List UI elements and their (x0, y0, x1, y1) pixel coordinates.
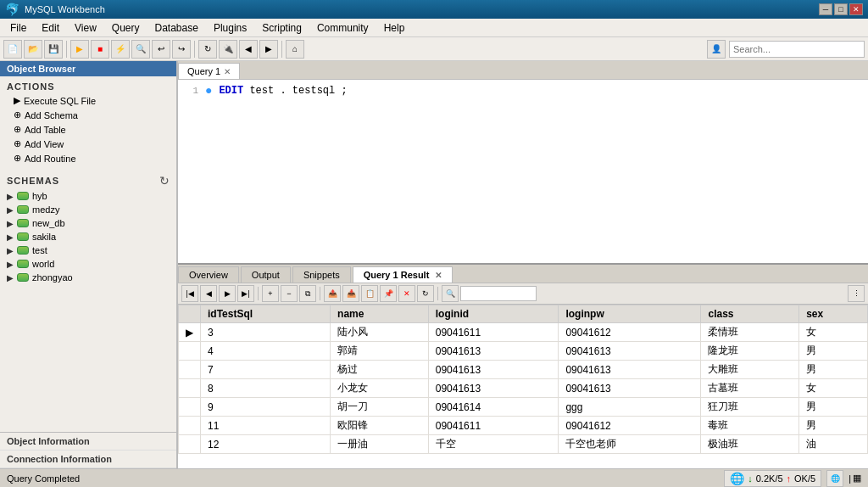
menu-view[interactable]: View (68, 20, 103, 36)
result-tab-snippets[interactable]: Snippets (292, 266, 351, 283)
result-tab-overview[interactable]: Overview (178, 266, 239, 283)
col-header-idtestsql[interactable]: idTestSql (201, 305, 331, 323)
tb-undo[interactable]: ↩ (152, 40, 170, 59)
menu-edit[interactable]: Edit (35, 20, 66, 36)
tb-next[interactable]: ▶ (259, 40, 278, 59)
schema-sakila[interactable]: ▶ sakila (0, 230, 176, 244)
table-row[interactable]: 12一册油千空千空也老师极油班油 (179, 435, 868, 454)
table-cell[interactable]: 柔情班 (701, 323, 799, 342)
action-add-routine[interactable]: ⊕ Add Routine (0, 151, 176, 165)
table-cell[interactable]: 女 (799, 323, 868, 342)
table-cell[interactable]: 7 (201, 361, 331, 379)
toolbar-search[interactable] (729, 41, 865, 58)
rtb-copy[interactable]: 📋 (361, 285, 378, 302)
table-cell[interactable]: 11 (201, 417, 331, 435)
result-tab-output[interactable]: Output (241, 266, 291, 283)
result-tab-query1[interactable]: Query 1 Result ✕ (353, 266, 453, 283)
table-cell[interactable]: 09041613 (428, 342, 559, 361)
menu-scripting[interactable]: Scripting (255, 20, 309, 36)
table-cell[interactable]: 09041612 (559, 323, 701, 342)
schema-hyb[interactable]: ▶ hyb (0, 189, 176, 203)
table-cell[interactable]: 09041613 (559, 379, 701, 398)
table-cell[interactable]: 09041613 (559, 342, 701, 361)
table-cell[interactable]: 小龙女 (331, 379, 429, 398)
table-cell[interactable]: 3 (201, 323, 331, 342)
table-cell[interactable]: 杨过 (331, 361, 429, 379)
result-tab-close[interactable]: ✕ (435, 271, 442, 280)
tb-refresh[interactable]: ↻ (198, 40, 217, 59)
table-cell[interactable]: 油 (799, 435, 868, 454)
table-cell[interactable]: 09041614 (428, 398, 559, 417)
table-cell[interactable]: 09041613 (428, 379, 559, 398)
table-cell[interactable]: 古墓班 (701, 379, 799, 398)
table-cell[interactable]: ggg (559, 398, 701, 417)
object-information-item[interactable]: Object Information (0, 433, 176, 451)
table-row[interactable]: 11欧阳锋0904161109041612毒班男 (179, 417, 868, 435)
table-cell[interactable]: 欧阳锋 (331, 417, 429, 435)
action-add-schema[interactable]: ⊕ Add Schema (0, 108, 176, 122)
schemas-refresh-icon[interactable]: ↻ (159, 174, 170, 188)
rtb-more[interactable]: ⋮ (848, 285, 865, 302)
schema-world[interactable]: ▶ world (0, 257, 176, 271)
menu-file[interactable]: File (3, 20, 33, 36)
tb-find[interactable]: 🔍 (131, 40, 150, 59)
table-cell[interactable]: 09041613 (428, 361, 559, 379)
tb-redo[interactable]: ↪ (172, 40, 191, 59)
table-cell[interactable]: 9 (201, 398, 331, 417)
rtb-next[interactable]: ▶ (219, 285, 236, 302)
action-add-table[interactable]: ⊕ Add Table (0, 122, 176, 137)
table-cell[interactable]: 12 (201, 435, 331, 454)
result-search-input[interactable] (460, 286, 537, 301)
rtb-export[interactable]: 📤 (324, 285, 341, 302)
rtb-search[interactable]: 🔍 (442, 285, 459, 302)
table-row[interactable]: 9胡一刀09041614ggg狂刀班男 (179, 398, 868, 417)
rtb-delete[interactable]: − (281, 285, 298, 302)
tb-home[interactable]: ⌂ (286, 40, 304, 59)
tb-save[interactable]: 💾 (44, 40, 63, 59)
tb-stop[interactable]: ■ (91, 40, 109, 59)
table-row[interactable]: 7杨过0904161309041613大雕班男 (179, 361, 868, 379)
connection-information-item[interactable]: Connection Information (0, 451, 176, 468)
col-header-sex[interactable]: sex (799, 305, 868, 323)
rtb-refresh[interactable]: ↻ (417, 285, 434, 302)
schema-medzy[interactable]: ▶ medzy (0, 203, 176, 216)
sql-editor[interactable]: 1 ● EDIT test . testsql ; (178, 80, 868, 265)
tb-new[interactable]: 📄 (3, 40, 22, 59)
table-row[interactable]: 4郭靖0904161309041613隆龙班男 (179, 342, 868, 361)
table-row[interactable]: 8小龙女0904161309041613古墓班女 (179, 379, 868, 398)
table-cell[interactable]: 极油班 (701, 435, 799, 454)
table-cell[interactable]: 千空 (428, 435, 559, 454)
action-add-view[interactable]: ⊕ Add View (0, 137, 176, 151)
tb-connect[interactable]: 🔌 (219, 40, 237, 59)
table-row[interactable]: ▶3陆小风0904161109041612柔情班女 (179, 323, 868, 342)
menu-query[interactable]: Query (105, 20, 147, 36)
table-cell[interactable]: 胡一刀 (331, 398, 429, 417)
table-cell[interactable]: 大雕班 (701, 361, 799, 379)
menu-plugins[interactable]: Plugins (207, 20, 253, 36)
table-cell[interactable]: 男 (799, 417, 868, 435)
table-cell[interactable]: 一册油 (331, 435, 429, 454)
tb-prev[interactable]: ◀ (239, 40, 258, 59)
rtb-last[interactable]: ▶| (237, 285, 254, 302)
schema-new-db[interactable]: ▶ new_db (0, 216, 176, 230)
table-cell[interactable]: 4 (201, 342, 331, 361)
col-header-class[interactable]: class (701, 305, 799, 323)
minimize-button[interactable]: ─ (819, 3, 832, 15)
table-cell[interactable]: 男 (799, 361, 868, 379)
query-tab-1-close[interactable]: ✕ (224, 67, 231, 76)
result-table-wrap[interactable]: idTestSql name loginid loginpw class sex… (178, 305, 868, 468)
table-cell[interactable]: 男 (799, 342, 868, 361)
tb-open[interactable]: 📂 (24, 40, 42, 59)
rtb-paste[interactable]: 📌 (380, 285, 397, 302)
status-web-icon[interactable]: 🌐 (826, 470, 843, 487)
rtb-prev[interactable]: ◀ (200, 285, 217, 302)
table-cell[interactable]: 千空也老师 (559, 435, 701, 454)
table-cell[interactable]: 郭靖 (331, 342, 429, 361)
table-cell[interactable]: 8 (201, 379, 331, 398)
table-cell[interactable]: 隆龙班 (701, 342, 799, 361)
rtb-del-row[interactable]: ✕ (398, 285, 415, 302)
table-cell[interactable]: 毒班 (701, 417, 799, 435)
tb-account[interactable]: 👤 (707, 40, 726, 59)
query-tab-1[interactable]: Query 1 ✕ (178, 63, 240, 79)
table-cell[interactable]: 09041612 (559, 417, 701, 435)
